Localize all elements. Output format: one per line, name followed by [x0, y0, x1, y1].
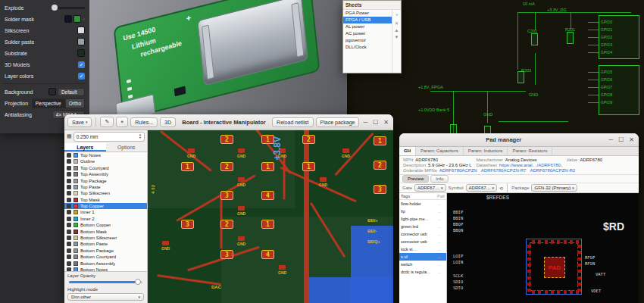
- layer-visibility-checkbox[interactable]: [67, 185, 71, 189]
- layer-row[interactable]: Inner 2: [64, 216, 147, 222]
- layer-visibility-checkbox[interactable]: [67, 230, 71, 234]
- qfn-footprint[interactable]: PAD: [526, 239, 582, 295]
- silkscreen-color-swatch[interactable]: [77, 27, 85, 34]
- sheet-list-item[interactable]: AC power: [343, 30, 392, 37]
- move-sheet-down-icon[interactable]: ▼: [395, 35, 399, 39]
- pad[interactable]: 1: [261, 162, 274, 171]
- substrate-color-swatch[interactable]: [77, 49, 85, 57]
- close-icon[interactable]: ✕: [382, 119, 390, 126]
- preview-tab[interactable]: Preview: [402, 175, 429, 183]
- layer-row[interactable]: Outline: [64, 158, 147, 164]
- highlight-mode-select[interactable]: Dim other▾: [67, 293, 144, 301]
- copper-trace[interactable]: [157, 274, 221, 286]
- gnd-pad[interactable]: GND: [237, 148, 245, 158]
- layer-row[interactable]: Top Mask: [64, 197, 147, 203]
- pad[interactable]: 4: [261, 191, 274, 200]
- save-button[interactable]: Save▾: [67, 117, 92, 127]
- pad[interactable]: 1: [181, 162, 194, 171]
- 3d-viewport[interactable]: Use 14500 Lithium rechargeable +: [89, 0, 347, 133]
- pad[interactable]: 1: [302, 162, 315, 171]
- gnd-pad[interactable]: GND: [187, 148, 195, 158]
- 3d-models-checkbox[interactable]: ✓: [78, 61, 85, 68]
- pad[interactable]: 1: [374, 136, 386, 145]
- layer-visibility-checkbox[interactable]: [67, 217, 71, 221]
- add-sheet-icon[interactable]: ＋: [395, 11, 399, 18]
- slider-knob[interactable]: [135, 279, 141, 285]
- sheet-list-item[interactable]: DLL/Clock: [343, 44, 392, 51]
- pad[interactable]: 4: [261, 250, 274, 259]
- sheet-list-item[interactable]: PGA Power: [343, 10, 392, 17]
- copper-trace[interactable]: [283, 155, 286, 200]
- layer-row[interactable]: Top Notes: [64, 152, 147, 158]
- layer-visibility-checkbox[interactable]: [67, 179, 71, 183]
- layer-visibility-checkbox[interactable]: [67, 166, 71, 170]
- layer-visibility-checkbox[interactable]: [67, 159, 71, 164]
- gnd-pad[interactable]: GND: [161, 241, 170, 251]
- pool-item-row[interactable]: switch…: [399, 261, 446, 268]
- layer-row[interactable]: Bottom Assembly: [64, 260, 147, 266]
- place-package-button[interactable]: Place package: [316, 117, 360, 127]
- 3d-view-button[interactable]: 3D: [160, 117, 176, 127]
- pad[interactable]: 3: [374, 185, 386, 194]
- pad[interactable]: 3: [220, 191, 233, 200]
- pad[interactable]: 2: [374, 161, 386, 170]
- layer-visibility-checkbox[interactable]: [67, 198, 71, 202]
- layer-row[interactable]: Top Paste: [64, 184, 147, 190]
- schematic-component[interactable]: [567, 32, 574, 44]
- reload-netlist-button[interactable]: Reload netlist: [272, 117, 313, 127]
- sheet-list-item[interactable]: AL power: [343, 23, 392, 30]
- spin-arrows[interactable]: ▲▼: [139, 133, 142, 140]
- tab-layers[interactable]: Layers: [64, 143, 106, 152]
- pad[interactable]: 2: [302, 135, 315, 144]
- layer-visibility-checkbox[interactable]: [67, 191, 71, 195]
- pad-manager-tab[interactable]: Param: Inductors: [464, 147, 508, 155]
- remove-sheet-icon[interactable]: ✕: [395, 20, 399, 26]
- target-tool-button[interactable]: ⌖: [116, 117, 128, 127]
- refresh-icon[interactable]: ⟲: [499, 186, 503, 191]
- projection-ortho-button[interactable]: Ortho: [65, 98, 85, 108]
- symbol-select[interactable]: ADRF67…▾: [466, 184, 498, 192]
- sheet-list-item[interactable]: FPGA / USB: [343, 17, 392, 23]
- layer-row[interactable]: Top Assembly: [64, 171, 147, 177]
- move-sheet-up-icon[interactable]: ▲: [395, 28, 399, 33]
- pad[interactable]: 3: [220, 250, 233, 259]
- pool-item-row[interactable]: connector usb…: [399, 238, 446, 245]
- package-preview[interactable]: $REFDES PAD $RD BBIPBBINBBQPBBQNLOIPLOIN…: [447, 193, 639, 303]
- schematic-component[interactable]: [517, 71, 524, 83]
- layer-visibility-checkbox[interactable]: [67, 172, 71, 176]
- orderable-mpn-link[interactable]: ADRF6780ACPZN-R2: [530, 168, 575, 173]
- projection-perspective-button[interactable]: Perspective: [32, 98, 65, 108]
- layer-visibility-checkbox[interactable]: [67, 255, 71, 259]
- background-color-swatch[interactable]: [48, 88, 56, 95]
- gnd-pad[interactable]: GND: [319, 177, 327, 187]
- layer-visibility-checkbox[interactable]: [67, 261, 71, 266]
- solder-mask-color-swatch-2[interactable]: [73, 15, 81, 23]
- pool-item-row[interactable]: green led…: [399, 223, 446, 230]
- maximize-icon[interactable]: ☐: [371, 119, 380, 126]
- exposed-pad[interactable]: PAD: [544, 257, 565, 278]
- gate-select[interactable]: ADRF67…▾: [414, 184, 446, 192]
- preview-tab[interactable]: Info: [430, 175, 449, 183]
- pad[interactable]: 2: [220, 135, 233, 144]
- pad-manager-tab[interactable]: Param: Resistors: [508, 147, 552, 155]
- datasheet-link[interactable]: https://www.anal…/ADRF6780.pdf: [499, 163, 562, 167]
- orderable-mpn-link[interactable]: ADRF6780ACPZN: [439, 168, 477, 173]
- pad[interactable]: 1: [261, 220, 274, 229]
- gnd-pad[interactable]: GND: [342, 148, 350, 158]
- layer-row[interactable]: Inner 1: [64, 209, 147, 215]
- slider-knob[interactable]: [52, 5, 58, 11]
- layer-visibility-checkbox[interactable]: [67, 248, 71, 253]
- layer-visibility-checkbox[interactable]: [67, 210, 71, 214]
- solder-mask-color-swatch[interactable]: [64, 15, 72, 23]
- schematic-component[interactable]: [531, 33, 538, 45]
- layer-row[interactable]: Top Package: [64, 177, 147, 183]
- gnd-pad[interactable]: GND: [237, 177, 245, 187]
- package-select[interactable]: GFN-32 (Primary)▾: [531, 184, 577, 192]
- pool-item-row[interactable]: light-pipe me……: [399, 215, 446, 223]
- grid-spacing-spinbox[interactable]: 0.250 mm ▲▼: [73, 132, 145, 142]
- pool-item-row[interactable]: s uf…: [399, 253, 446, 261]
- edit-tool-button[interactable]: ✎: [100, 117, 114, 127]
- copper-zone[interactable]: [308, 277, 393, 303]
- pad[interactable]: 2: [220, 220, 233, 229]
- layer-row[interactable]: Top Courtyard: [64, 165, 147, 171]
